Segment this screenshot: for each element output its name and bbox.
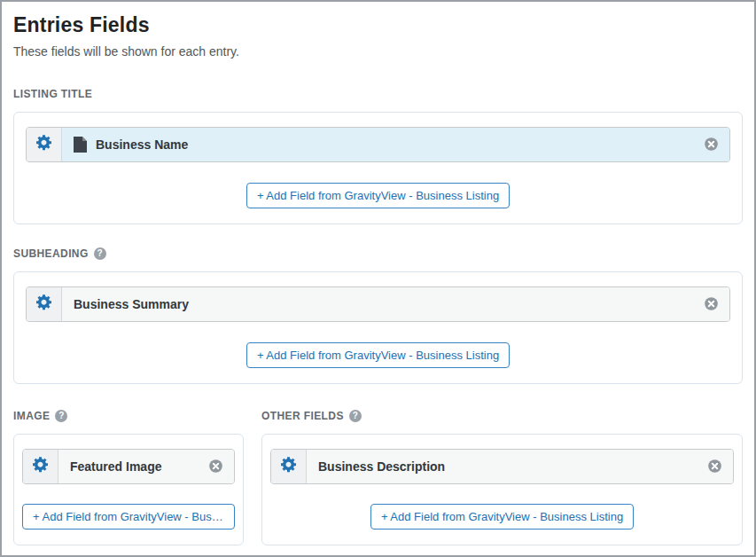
field-row-featured-image[interactable]: Featured Image [22,449,235,484]
remove-field-icon[interactable] [208,459,223,474]
gear-icon [35,134,53,155]
help-icon[interactable]: ? [55,410,67,422]
field-label-cell: Business Summary [62,287,729,321]
listing-title-panel: Business Name + Add Field from GravityVi… [13,112,743,224]
section-label-text: IMAGE [13,410,50,422]
field-row-business-summary[interactable]: Business Summary [26,286,730,322]
field-settings-button[interactable] [27,287,62,321]
add-field-button[interactable]: + Add Field from GravityView - Business … [370,504,634,530]
field-label: Featured Image [70,459,161,474]
add-field-button[interactable]: + Add Field from GravityView - Business … [246,183,510,208]
add-field-row: + Add Field from GravityView - Business … [26,183,730,208]
section-label-listing-title: LISTING TITLE [13,88,743,100]
section-label-text: LISTING TITLE [13,88,92,100]
image-panel: Featured Image + Add Field from GravityV… [13,434,244,545]
gear-icon [32,456,50,477]
gear-icon [280,456,298,477]
entries-fields-page: { "page": { "title": "Entries Fields", "… [0,0,756,557]
remove-field-icon[interactable] [707,459,722,474]
field-settings-button[interactable] [23,450,58,483]
add-field-row: + Add Field from GravityView - Business … [26,342,730,368]
field-settings-button[interactable] [271,450,307,483]
subheading-panel: Business Summary + Add Field from Gravit… [13,271,743,384]
field-label-cell: Business Name [62,128,729,161]
field-label-cell: Featured Image [58,450,234,483]
page-subtitle: These fields will be shown for each entr… [13,44,743,59]
gear-icon [35,294,53,315]
field-label: Business Summary [74,297,189,311]
field-settings-button[interactable] [27,128,62,161]
page-title: Entries Fields [13,12,743,38]
other-fields-section: OTHER FIELDS ? Business Description + Ad… [261,410,743,545]
remove-field-icon[interactable] [704,296,719,311]
field-label: Business Description [318,459,445,474]
other-fields-panel: Business Description + Add Field from Gr… [261,434,743,545]
add-field-row: + Add Field from GravityView - Busi… [22,504,235,530]
help-icon[interactable]: ? [349,410,362,422]
section-label-subheading: SUBHEADING ? [13,247,743,260]
section-label-text: SUBHEADING [13,247,89,260]
section-label-other-fields: OTHER FIELDS ? [261,410,743,422]
add-field-row: + Add Field from GravityView - Business … [270,504,734,530]
document-icon [74,137,87,153]
section-label-text: OTHER FIELDS [261,410,344,422]
field-row-business-name[interactable]: Business Name [26,127,730,162]
image-section: IMAGE ? Featured Image + Add Field from … [13,410,244,545]
field-row-business-description[interactable]: Business Description [270,449,734,484]
help-icon[interactable]: ? [94,247,106,260]
add-field-button[interactable]: + Add Field from GravityView - Business … [246,342,510,368]
field-label-cell: Business Description [307,450,733,483]
add-field-button[interactable]: + Add Field from GravityView - Busi… [22,504,235,530]
field-label: Business Name [96,137,188,152]
remove-field-icon[interactable] [704,137,719,152]
section-label-image: IMAGE ? [13,410,244,422]
bottom-sections: IMAGE ? Featured Image + Add Field from … [13,410,743,545]
